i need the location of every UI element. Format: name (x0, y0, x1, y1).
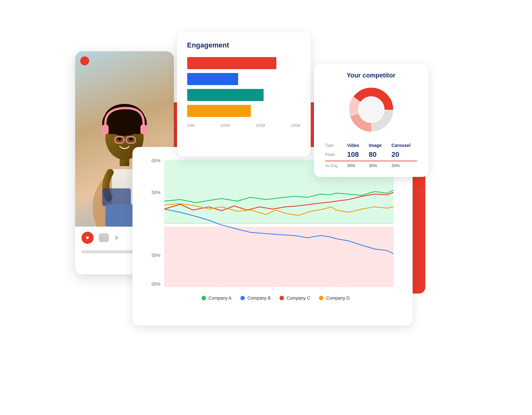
bar-row-blue (187, 73, 301, 85)
legend-dot-c (280, 296, 284, 300)
legend-label-c: Company C (287, 295, 310, 301)
svg-point-11 (117, 137, 121, 141)
competitor-card: Your competitor Type Video (314, 64, 429, 177)
bar-chart (187, 57, 301, 117)
table-label-posts: Posts (323, 149, 345, 160)
svg-point-7 (109, 104, 140, 123)
svg-text:100%: 100% (152, 158, 160, 163)
heart-icon[interactable]: ♥ (82, 232, 94, 244)
legend-company-c: Company C (280, 295, 310, 301)
bar-axis: 50M 100M 150M 200M (187, 123, 301, 128)
legend-dot-a (202, 296, 206, 300)
svg-text:May: May (217, 289, 225, 290)
table-header-image: Image (366, 142, 389, 149)
table-aveng-image: 30% (366, 162, 389, 169)
svg-point-12 (129, 137, 133, 141)
table-aveng-video: 30% (344, 162, 366, 169)
bar-blue (187, 73, 238, 85)
bar-teal (187, 89, 264, 101)
bar-yellow (187, 105, 251, 117)
engagement-card: Engagement 50M 100M 150M 200M (177, 32, 311, 157)
donut-chart-container (323, 84, 420, 135)
table-header-video: Video (344, 142, 366, 149)
legend-label-d: Company D (326, 295, 350, 301)
svg-text:Aug: Aug (389, 289, 397, 290)
bar-row-red (187, 57, 301, 69)
legend-dot-d (319, 296, 323, 300)
table-aveng-carousel: 30% (389, 162, 420, 169)
table-posts-carousel: 20 (389, 149, 420, 160)
svg-text:50%: 50% (152, 253, 160, 258)
bar-row-teal (187, 89, 301, 101)
svg-text:Jul: Jul (333, 289, 339, 290)
legend-label-b: Company B (247, 295, 271, 301)
table-header-type: Type (323, 142, 345, 149)
axis-label-50m: 50M (187, 123, 195, 128)
legend-company-d: Company D (319, 295, 350, 301)
svg-text:Apr: Apr (161, 289, 168, 290)
legend-dot-b (240, 296, 245, 300)
donut-chart (346, 84, 397, 135)
svg-rect-13 (102, 125, 109, 134)
svg-rect-14 (140, 125, 147, 134)
axis-label-100m: 100M (220, 123, 230, 128)
svg-rect-16 (102, 188, 131, 206)
scene: ♥ Engagement 50M 100M 150M 200M (75, 32, 457, 383)
table-label-aveng: Av Eng (323, 162, 345, 169)
bar-row-yellow (187, 105, 301, 117)
axis-label-150m: 150M (256, 123, 265, 128)
engagement-title: Engagement (187, 41, 301, 49)
table-posts-video: 108 (344, 149, 366, 160)
bar-red (187, 57, 276, 69)
legend-company-a: Company A (202, 295, 231, 301)
competitor-title: Your competitor (323, 72, 420, 79)
svg-text:Jun: Jun (275, 289, 282, 290)
table-posts-image: 80 (366, 149, 389, 160)
record-indicator (80, 56, 89, 65)
svg-text:100%: 100% (152, 281, 160, 287)
competitor-table: Type Video Image Carousel Posts 108 80 2… (323, 142, 420, 169)
table-header-carousel: Carousel (389, 142, 420, 149)
comment-icon[interactable] (99, 233, 109, 242)
svg-text:50%: 50% (152, 190, 160, 195)
axis-label-200m: 200M (291, 123, 300, 128)
legend-label-a: Company A (209, 295, 231, 301)
chart-legend: Company A Company B Company C Company D (152, 295, 400, 301)
share-icon[interactable] (115, 235, 119, 241)
legend-company-b: Company B (240, 295, 271, 301)
svg-point-23 (362, 101, 380, 119)
